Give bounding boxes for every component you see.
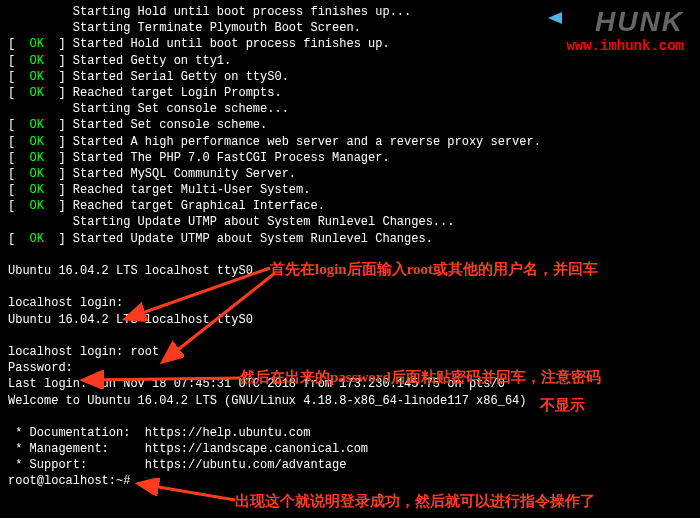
brand-text: HUNK — [566, 6, 684, 38]
boot-line: [ OK ] Reached target Multi-User System. — [8, 182, 692, 198]
blank-line — [8, 328, 692, 344]
help-links: * Documentation: https://help.ubuntu.com… — [8, 425, 692, 474]
boot-line: [ OK ] Started A high performance web se… — [8, 134, 692, 150]
boot-line: [ OK ] Started MySQL Community Server. — [8, 166, 692, 182]
boot-line: Starting Update UTMP about System Runlev… — [8, 214, 692, 230]
boot-line: [ OK ] Started Getty on tty1. — [8, 53, 692, 69]
boot-line: [ OK ] Started The PHP 7.0 FastCGI Proce… — [8, 150, 692, 166]
blank-line — [8, 279, 692, 295]
arrow-icon — [135, 478, 245, 508]
login-prompt[interactable]: localhost login: — [8, 295, 692, 311]
arrow-icon — [80, 370, 250, 390]
help-link-line: * Support: https://ubuntu.com/advantage — [8, 457, 692, 473]
boot-line: [ OK ] Reached target Graphical Interfac… — [8, 198, 692, 214]
boot-line: [ OK ] Started Update UTMP about System … — [8, 231, 692, 247]
boot-line: [ OK ] Reached target Login Prompts. — [8, 85, 692, 101]
boot-line: [ OK ] Started Set console scheme. — [8, 117, 692, 133]
annotation-password-line2: 不显示 — [540, 396, 585, 415]
help-link-line: * Management: https://landscape.canonica… — [8, 441, 692, 457]
login-line[interactable]: localhost login: root — [8, 344, 692, 360]
os-banner: Ubuntu 16.04.2 LTS localhost ttyS0 — [8, 312, 692, 328]
brand-url: www.imhunk.com — [566, 38, 684, 54]
boot-line: Starting Set console scheme... — [8, 101, 692, 117]
annotation-login: 首先在login后面输入root或其他的用户名，并回车 — [270, 260, 598, 279]
watermark-logo: HUNK www.imhunk.com — [566, 6, 684, 54]
svg-line-2 — [86, 378, 240, 380]
help-link-line: * Documentation: https://help.ubuntu.com — [8, 425, 692, 441]
shell-prompt[interactable]: root@localhost:~# — [8, 473, 692, 489]
svg-line-3 — [141, 484, 235, 500]
blank-line — [8, 409, 692, 425]
boot-line: [ OK ] Started Serial Getty on ttyS0. — [8, 69, 692, 85]
annotation-password-line1: 然后在出来的password后面粘贴密码并回车，注意密码 — [240, 368, 601, 387]
arrow-icon — [155, 268, 285, 368]
annotation-success: 出现这个就说明登录成功，然后就可以进行指令操作了 — [235, 492, 595, 511]
svg-line-1 — [165, 273, 275, 360]
welcome-line: Welcome to Ubuntu 16.04.2 LTS (GNU/Linux… — [8, 393, 692, 409]
